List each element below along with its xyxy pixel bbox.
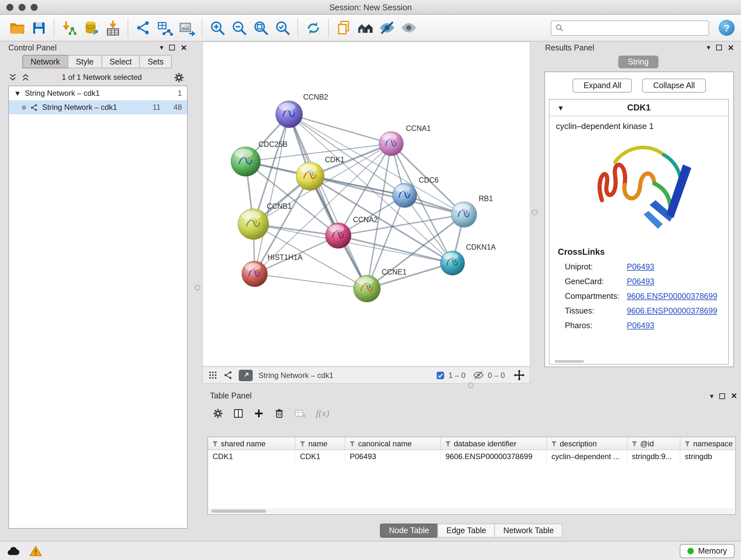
- show-columns-icon[interactable]: [233, 408, 244, 419]
- network-node-CCNB1[interactable]: [238, 209, 269, 240]
- table-cell[interactable]: CDK1: [295, 450, 345, 463]
- crosslink-uniprot-link[interactable]: P06493: [627, 262, 654, 271]
- hide-selected-button[interactable]: [377, 17, 398, 38]
- zoom-window-button[interactable]: [30, 4, 38, 11]
- import-network-from-file-button[interactable]: [59, 17, 80, 38]
- network-node-CCNB2[interactable]: [276, 101, 302, 128]
- import-network-from-database-button[interactable]: [80, 17, 102, 38]
- column-header-namespace[interactable]: namespace: [680, 437, 736, 449]
- network-node-RB1[interactable]: [451, 202, 477, 227]
- network-node-CCNA2[interactable]: [326, 223, 351, 248]
- close-panel-icon[interactable]: ✕: [181, 43, 187, 52]
- table-cell[interactable]: 9606.ENSP00000378699: [441, 450, 547, 463]
- home-button[interactable]: [355, 17, 376, 38]
- column-header-canonical-name[interactable]: canonical name: [345, 437, 441, 449]
- birds-eye-grid-icon[interactable]: [208, 370, 218, 380]
- open-session-button[interactable]: [6, 17, 27, 38]
- network-node-CDKN1A[interactable]: [441, 251, 465, 275]
- memory-button[interactable]: Memory: [680, 544, 735, 558]
- zoom-in-button[interactable]: [207, 17, 228, 38]
- collapse-all-button[interactable]: Collapse All: [643, 78, 706, 92]
- help-button[interactable]: ?: [719, 20, 735, 36]
- search-input[interactable]: [567, 23, 704, 32]
- apply-layout-button[interactable]: [302, 17, 324, 38]
- network-node-CCNE1[interactable]: [354, 275, 381, 302]
- table-cell[interactable]: P06493: [345, 450, 441, 463]
- cloud-icon[interactable]: [6, 545, 20, 557]
- tab-network-table[interactable]: Network Table: [494, 523, 562, 538]
- new-network-button[interactable]: [133, 17, 154, 38]
- splitter-handle[interactable]: [195, 285, 200, 291]
- table-cell[interactable]: stringdb: [680, 450, 736, 463]
- close-window-button[interactable]: [6, 4, 13, 11]
- warning-icon[interactable]: [29, 545, 42, 557]
- collapse-section-icon[interactable]: ▼: [557, 104, 564, 111]
- tab-select[interactable]: Select: [101, 55, 140, 68]
- detach-view-button[interactable]: [239, 369, 253, 381]
- float-panel-icon[interactable]: ▾: [707, 44, 711, 51]
- network-node-CDK1[interactable]: [296, 162, 324, 190]
- close-panel-icon[interactable]: ✕: [728, 43, 734, 52]
- maximize-panel-icon[interactable]: [716, 45, 722, 51]
- expand-all-icon[interactable]: [21, 73, 30, 82]
- tab-string[interactable]: String: [618, 56, 658, 68]
- zoom-selected-button[interactable]: [272, 17, 293, 38]
- scrollbar-thumb[interactable]: [211, 509, 266, 512]
- network-collection-row[interactable]: ▼ String Network – cdk1 1: [9, 86, 187, 100]
- delete-column-trash-icon[interactable]: [274, 408, 285, 419]
- network-node-CCNA1[interactable]: [379, 132, 403, 156]
- export-image-button[interactable]: [176, 17, 197, 38]
- maximize-panel-icon[interactable]: [719, 393, 725, 399]
- crosslink-pharos-link[interactable]: P06493: [627, 321, 654, 330]
- network-row[interactable]: String Network – cdk1 11 48: [9, 100, 187, 114]
- splitter-handle[interactable]: [532, 209, 537, 215]
- horizontal-scrollbar[interactable]: [555, 360, 584, 363]
- network-share-icon[interactable]: [223, 370, 233, 380]
- selected-checkbox-icon[interactable]: [435, 371, 445, 380]
- table-cell[interactable]: CDK1: [208, 450, 295, 463]
- column-header-name[interactable]: name: [295, 437, 345, 449]
- pan-move-icon[interactable]: [514, 370, 525, 381]
- collapse-all-icon[interactable]: [8, 73, 17, 82]
- column-header-shared-name[interactable]: shared name: [208, 437, 295, 449]
- table-horizontal-scrollbar[interactable]: [209, 508, 735, 513]
- tab-network[interactable]: Network: [22, 55, 68, 68]
- tab-sets[interactable]: Sets: [139, 55, 172, 68]
- tab-style[interactable]: Style: [68, 55, 102, 68]
- minimize-window-button[interactable]: [18, 4, 25, 11]
- float-panel-icon[interactable]: ▾: [710, 392, 714, 399]
- save-session-button[interactable]: [28, 17, 49, 38]
- gear-icon[interactable]: [174, 72, 185, 83]
- zoom-out-button[interactable]: [228, 17, 250, 38]
- network-node-CDC25B[interactable]: [231, 147, 260, 176]
- copy-button[interactable]: [333, 17, 354, 38]
- column-header-id[interactable]: @id: [627, 437, 680, 449]
- network-node-CDC6[interactable]: [393, 183, 417, 207]
- network-from-table-button[interactable]: [154, 17, 176, 38]
- expand-all-button[interactable]: Expand All: [573, 78, 632, 92]
- network-view-canvas[interactable]: CCNB2CCNA1CDC25BCDK1CDC6RB1CCNB1CCNA2CDK…: [202, 42, 530, 367]
- gene-section-header[interactable]: ▼ CDK1: [549, 100, 728, 116]
- zoom-fit-button[interactable]: [250, 17, 271, 38]
- tab-node-table[interactable]: Node Table: [380, 523, 438, 538]
- string-network-graph[interactable]: CCNB2CCNA1CDC25BCDK1CDC6RB1CCNB1CCNA2CDK…: [203, 42, 531, 366]
- network-node-HIST1H1A[interactable]: [242, 261, 267, 287]
- crosslink-compartments-link[interactable]: 9606.ENSP00000378699: [627, 292, 718, 300]
- column-header-description[interactable]: description: [547, 437, 627, 449]
- float-panel-icon[interactable]: ▾: [160, 44, 163, 51]
- table-row[interactable]: CDK1CDK1P064939606.ENSP00000378699cyclin…: [208, 450, 735, 463]
- crosslink-tissues-link[interactable]: 9606.ENSP00000378699: [627, 306, 718, 315]
- tree-expand-icon[interactable]: ▼: [14, 90, 21, 97]
- add-column-plus-icon[interactable]: [253, 408, 264, 419]
- table-cell[interactable]: stringdb:9...: [627, 450, 680, 463]
- maximize-panel-icon[interactable]: [169, 45, 175, 51]
- hidden-eye-slash-icon[interactable]: [473, 370, 484, 381]
- tab-edge-table[interactable]: Edge Table: [437, 523, 495, 538]
- table-settings-gear-icon[interactable]: [212, 408, 223, 419]
- show-graphics-button[interactable]: [398, 17, 419, 38]
- import-table-from-file-button[interactable]: [102, 17, 123, 38]
- table-cell[interactable]: cyclin–dependent ...: [547, 450, 627, 463]
- close-panel-icon[interactable]: ✕: [731, 391, 737, 400]
- column-header-database-identifier[interactable]: database identifier: [441, 437, 547, 449]
- crosslink-genecard-link[interactable]: P06493: [627, 277, 654, 286]
